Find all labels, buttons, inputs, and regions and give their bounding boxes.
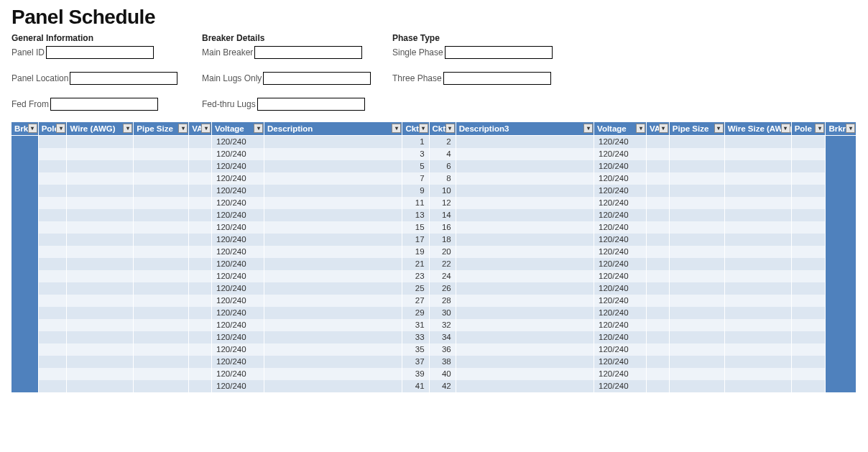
cell-voltage[interactable]: 120/240 bbox=[212, 172, 264, 185]
cell-pipe[interactable] bbox=[134, 295, 189, 307]
cell-va2[interactable] bbox=[647, 282, 670, 295]
cell-voltage[interactable]: 120/240 bbox=[212, 258, 264, 270]
cell-ckt[interactable]: 37 bbox=[402, 356, 429, 368]
cell-brkr[interactable] bbox=[11, 197, 38, 209]
cell-description3[interactable] bbox=[456, 221, 594, 234]
cell-wire[interactable] bbox=[67, 356, 134, 368]
cell-ckt[interactable]: 13 bbox=[402, 209, 429, 221]
cell-va2[interactable] bbox=[647, 343, 670, 356]
cell-ckt[interactable]: 5 bbox=[402, 160, 429, 172]
cell-brkr[interactable] bbox=[11, 282, 38, 295]
cell-pipe2[interactable] bbox=[669, 331, 724, 343]
cell-ckt2[interactable]: 18 bbox=[429, 234, 456, 246]
cell-ckt[interactable]: 41 bbox=[402, 380, 429, 392]
col-pole[interactable]: Pole▾ bbox=[38, 122, 67, 136]
col-voltage[interactable]: Voltage▾ bbox=[212, 122, 264, 136]
cell-brkr[interactable] bbox=[11, 136, 38, 148]
cell-voltage2[interactable]: 120/240 bbox=[594, 209, 647, 221]
cell-pole[interactable] bbox=[38, 148, 67, 160]
cell-brkr2[interactable] bbox=[826, 148, 857, 160]
cell-wire2[interactable] bbox=[724, 136, 791, 148]
cell-pole[interactable] bbox=[38, 197, 67, 209]
col-wire2[interactable]: Wire Size (AWG)▾ bbox=[724, 122, 791, 136]
cell-pipe2[interactable] bbox=[669, 234, 724, 246]
cell-pipe2[interactable] bbox=[669, 307, 724, 319]
cell-description[interactable] bbox=[264, 136, 402, 148]
cell-description[interactable] bbox=[264, 172, 402, 185]
cell-ckt[interactable]: 31 bbox=[402, 319, 429, 331]
filter-icon[interactable]: ▾ bbox=[659, 124, 668, 133]
cell-ckt2[interactable]: 16 bbox=[429, 221, 456, 234]
cell-ckt2[interactable]: 14 bbox=[429, 209, 456, 221]
cell-description3[interactable] bbox=[456, 197, 594, 209]
cell-wire2[interactable] bbox=[724, 282, 791, 295]
cell-ckt2[interactable]: 36 bbox=[429, 343, 456, 356]
cell-voltage[interactable]: 120/240 bbox=[212, 295, 264, 307]
filter-icon[interactable]: ▾ bbox=[123, 124, 132, 133]
cell-brkr2[interactable] bbox=[826, 270, 857, 282]
cell-va2[interactable] bbox=[647, 319, 670, 331]
cell-va2[interactable] bbox=[647, 185, 670, 197]
cell-pole2[interactable] bbox=[791, 368, 826, 380]
cell-voltage[interactable]: 120/240 bbox=[212, 209, 264, 221]
cell-wire[interactable] bbox=[67, 368, 134, 380]
cell-brkr2[interactable] bbox=[826, 368, 857, 380]
cell-voltage2[interactable]: 120/240 bbox=[594, 331, 647, 343]
cell-brkr2[interactable] bbox=[826, 282, 857, 295]
cell-wire2[interactable] bbox=[724, 221, 791, 234]
cell-wire2[interactable] bbox=[724, 270, 791, 282]
cell-pole[interactable] bbox=[38, 246, 67, 258]
cell-pipe[interactable] bbox=[134, 343, 189, 356]
cell-pipe2[interactable] bbox=[669, 295, 724, 307]
cell-description3[interactable] bbox=[456, 295, 594, 307]
cell-brkr[interactable] bbox=[11, 221, 38, 234]
cell-brkr[interactable] bbox=[11, 295, 38, 307]
cell-pipe2[interactable] bbox=[669, 172, 724, 185]
cell-va2[interactable] bbox=[647, 172, 670, 185]
cell-va[interactable] bbox=[189, 368, 212, 380]
cell-ckt2[interactable]: 12 bbox=[429, 197, 456, 209]
cell-wire2[interactable] bbox=[724, 246, 791, 258]
cell-va[interactable] bbox=[189, 258, 212, 270]
cell-brkr[interactable] bbox=[11, 185, 38, 197]
cell-voltage2[interactable]: 120/240 bbox=[594, 221, 647, 234]
cell-pipe2[interactable] bbox=[669, 343, 724, 356]
cell-wire[interactable] bbox=[67, 136, 134, 148]
cell-va[interactable] bbox=[189, 172, 212, 185]
cell-va2[interactable] bbox=[647, 209, 670, 221]
cell-pipe[interactable] bbox=[134, 307, 189, 319]
cell-brkr2[interactable] bbox=[826, 246, 857, 258]
filter-icon[interactable]: ▾ bbox=[714, 124, 724, 133]
cell-va[interactable] bbox=[189, 209, 212, 221]
cell-pipe2[interactable] bbox=[669, 246, 724, 258]
cell-ckt[interactable]: 29 bbox=[402, 307, 429, 319]
cell-voltage[interactable]: 120/240 bbox=[212, 368, 264, 380]
cell-va[interactable] bbox=[189, 331, 212, 343]
cell-wire2[interactable] bbox=[724, 380, 791, 392]
cell-wire2[interactable] bbox=[724, 295, 791, 307]
cell-pole2[interactable] bbox=[791, 319, 826, 331]
cell-wire[interactable] bbox=[67, 270, 134, 282]
panel-id-input[interactable] bbox=[46, 46, 154, 59]
cell-va[interactable] bbox=[189, 185, 212, 197]
cell-description3[interactable] bbox=[456, 258, 594, 270]
cell-pole2[interactable] bbox=[791, 185, 826, 197]
fed-from-input[interactable] bbox=[50, 98, 158, 111]
col-voltage2[interactable]: Voltage▾ bbox=[594, 122, 647, 136]
cell-wire2[interactable] bbox=[724, 197, 791, 209]
cell-ckt2[interactable]: 4 bbox=[429, 148, 456, 160]
cell-wire[interactable] bbox=[67, 343, 134, 356]
cell-voltage[interactable]: 120/240 bbox=[212, 319, 264, 331]
cell-voltage2[interactable]: 120/240 bbox=[594, 197, 647, 209]
cell-description[interactable] bbox=[264, 295, 402, 307]
cell-pole[interactable] bbox=[38, 331, 67, 343]
cell-va[interactable] bbox=[189, 380, 212, 392]
cell-va2[interactable] bbox=[647, 331, 670, 343]
cell-voltage[interactable]: 120/240 bbox=[212, 356, 264, 368]
cell-ckt[interactable]: 17 bbox=[402, 234, 429, 246]
cell-wire2[interactable] bbox=[724, 185, 791, 197]
cell-pole[interactable] bbox=[38, 319, 67, 331]
cell-wire[interactable] bbox=[67, 234, 134, 246]
cell-pipe[interactable] bbox=[134, 356, 189, 368]
cell-wire2[interactable] bbox=[724, 160, 791, 172]
